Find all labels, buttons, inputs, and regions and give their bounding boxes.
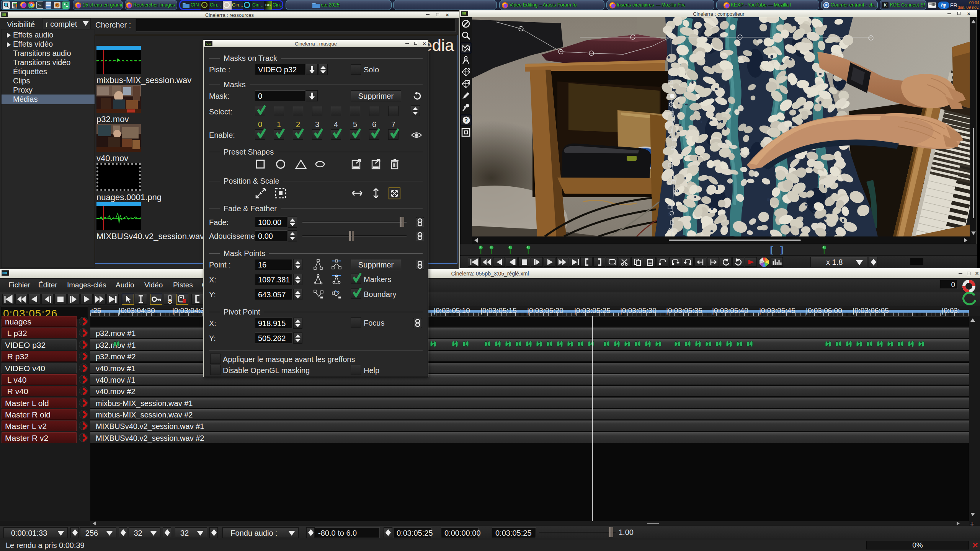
svg-text:c: c xyxy=(203,3,205,7)
svg-text:?: ? xyxy=(464,117,468,123)
